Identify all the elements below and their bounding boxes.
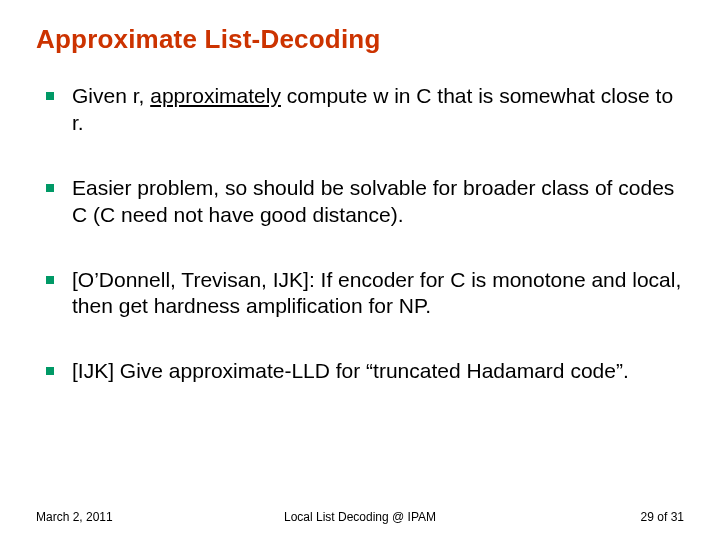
footer-page: 29 of 31 (641, 510, 684, 524)
list-item: [O’Donnell, Trevisan, IJK]: If encoder f… (36, 267, 684, 321)
bullet-text-pre: Easier problem, so should be solvable fo… (72, 176, 674, 226)
bullet-list: Given r, approximately compute w in C th… (36, 83, 684, 385)
bullet-text-pre: [IJK] Give approximate-LLD for “truncate… (72, 359, 629, 382)
bullet-text-underlined: approximately (150, 84, 281, 107)
page-total: 31 (671, 510, 684, 524)
footer-date: March 2, 2011 (36, 510, 113, 524)
footer: March 2, 2011 Local List Decoding @ IPAM… (0, 510, 720, 524)
bullet-text-pre: [O’Donnell, Trevisan, IJK]: If encoder f… (72, 268, 681, 318)
slide-title: Approximate List-Decoding (36, 24, 684, 55)
bullet-text-pre: Given r, (72, 84, 150, 107)
list-item: Given r, approximately compute w in C th… (36, 83, 684, 137)
slide: Approximate List-Decoding Given r, appro… (0, 0, 720, 540)
page-sep: of (654, 510, 671, 524)
list-item: [IJK] Give approximate-LLD for “truncate… (36, 358, 684, 385)
page-current: 29 (641, 510, 654, 524)
list-item: Easier problem, so should be solvable fo… (36, 175, 684, 229)
